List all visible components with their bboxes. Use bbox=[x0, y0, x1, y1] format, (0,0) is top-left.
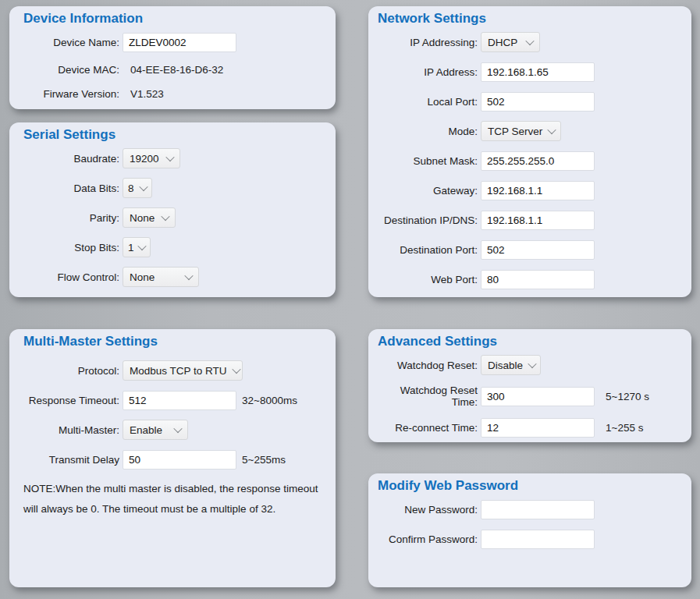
chevron-down-icon bbox=[184, 271, 193, 280]
flow-control-selected-value: None bbox=[130, 271, 155, 283]
watchdog-reset-label: Watchdog Reset: bbox=[376, 360, 478, 371]
multi-master-label: Multi-Master: bbox=[22, 424, 119, 436]
local-port-row: Local Port: bbox=[376, 91, 680, 112]
chevron-down-icon bbox=[139, 183, 147, 191]
watchdog-reset-row: Watchdog Reset: Disable bbox=[376, 355, 680, 375]
watchdog-reset-time-range-hint: 5~1270 s bbox=[606, 391, 649, 402]
modify-web-password-panel: Modify Web Password New Password: Confir… bbox=[368, 473, 691, 587]
multi-master-settings-panel: Multi-Master Settings Protocol: Modbus T… bbox=[9, 329, 336, 587]
subnet-mask-input[interactable] bbox=[481, 151, 595, 171]
baudrate-row: Baudrate: 19200 bbox=[22, 148, 325, 168]
local-port-input[interactable] bbox=[481, 92, 595, 112]
stop-bits-row: Stop Bits: 1 bbox=[22, 237, 325, 257]
parity-selected-value: None bbox=[130, 212, 155, 224]
ip-addressing-label: IP Addressing: bbox=[376, 37, 478, 48]
reconnect-time-range-hint: 1~255 s bbox=[606, 422, 643, 434]
response-timeout-label: Response Timeout: bbox=[22, 395, 119, 406]
multi-master-note: NOTE:When the multi master is disabled, … bbox=[23, 479, 323, 519]
parity-row: Parity: None bbox=[22, 207, 325, 228]
watchdog-reset-time-input[interactable] bbox=[481, 387, 595, 406]
web-port-row: Web Port: bbox=[376, 269, 680, 289]
new-password-input[interactable] bbox=[481, 500, 595, 519]
mode-label: Mode: bbox=[376, 126, 478, 137]
local-port-label: Local Port: bbox=[376, 96, 478, 108]
ip-address-input[interactable] bbox=[481, 62, 595, 82]
flow-control-select[interactable]: None bbox=[123, 267, 199, 287]
web-port-input[interactable] bbox=[481, 270, 595, 289]
firmware-version-row: Firware Version: V1.523 bbox=[22, 86, 325, 101]
stop-bits-select[interactable]: 1 bbox=[123, 237, 151, 257]
device-name-label: Device Name: bbox=[22, 37, 119, 48]
flow-control-row: Flow Control: None bbox=[22, 267, 325, 287]
gateway-input[interactable] bbox=[481, 181, 595, 200]
chevron-down-icon bbox=[548, 126, 556, 134]
ip-addressing-select[interactable]: DHCP bbox=[481, 32, 540, 52]
network-settings-panel: Network Settings IP Addressing: DHCP IP … bbox=[368, 6, 691, 297]
confirm-password-input[interactable] bbox=[481, 530, 595, 549]
response-timeout-row: Response Timeout: 32~8000ms bbox=[22, 390, 325, 410]
chevron-down-icon bbox=[137, 242, 146, 250]
baudrate-label: Baudrate: bbox=[22, 153, 119, 165]
destination-port-row: Destination Port: bbox=[376, 239, 680, 260]
flow-control-label: Flow Control: bbox=[22, 271, 119, 283]
parity-label: Parity: bbox=[22, 212, 119, 224]
ip-address-row: IP Address: bbox=[376, 62, 680, 82]
device-mac-row: Device MAC: 04-EE-E8-16-D6-32 bbox=[22, 62, 325, 77]
transmit-delay-label: Transmit Delay bbox=[22, 454, 119, 466]
ip-address-label: IP Address: bbox=[376, 66, 478, 78]
subnet-mask-row: Subnet Mask: bbox=[376, 151, 680, 171]
device-config-page: Device Information Device Name: Device M… bbox=[0, 0, 700, 599]
mode-row: Mode: TCP Server bbox=[376, 121, 680, 141]
data-bits-select[interactable]: 8 bbox=[123, 178, 152, 198]
device-information-panel: Device Information Device Name: Device M… bbox=[9, 6, 336, 109]
firmware-version-value: V1.523 bbox=[130, 88, 164, 100]
reconnect-time-input[interactable] bbox=[481, 418, 595, 438]
watchdog-reset-time-label: Watchdog Reset Time: bbox=[376, 385, 478, 408]
destination-ip-input[interactable] bbox=[481, 211, 595, 230]
destination-ip-label: Destination IP/DNS: bbox=[376, 214, 478, 226]
baudrate-selected-value: 19200 bbox=[130, 153, 159, 165]
new-password-label: New Password: bbox=[376, 504, 478, 516]
network-settings-title: Network Settings bbox=[378, 11, 680, 27]
serial-settings-title: Serial Settings bbox=[23, 127, 325, 143]
confirm-password-label: Confirm Password: bbox=[376, 533, 478, 545]
reconnect-time-row: Re-connect Time: 1~255 s bbox=[376, 417, 680, 438]
destination-port-label: Destination Port: bbox=[376, 244, 478, 256]
device-name-input[interactable] bbox=[123, 33, 236, 52]
web-port-label: Web Port: bbox=[376, 274, 478, 285]
gateway-label: Gateway: bbox=[376, 185, 478, 197]
chevron-down-icon bbox=[525, 37, 534, 45]
protocol-label: Protocol: bbox=[22, 365, 119, 377]
chevron-down-icon bbox=[173, 424, 182, 433]
serial-settings-panel: Serial Settings Baudrate: 19200 Data Bit… bbox=[9, 122, 336, 297]
reconnect-time-label: Re-connect Time: bbox=[376, 422, 478, 434]
data-bits-row: Data Bits: 8 bbox=[22, 178, 325, 198]
response-timeout-input[interactable] bbox=[123, 391, 236, 410]
chevron-down-icon bbox=[161, 212, 169, 221]
subnet-mask-label: Subnet Mask: bbox=[376, 155, 478, 167]
multi-master-select[interactable]: Enable bbox=[123, 420, 188, 440]
mode-selected-value: TCP Server bbox=[488, 126, 542, 137]
watchdog-reset-selected-value: Disable bbox=[488, 360, 523, 371]
protocol-select[interactable]: Modbus TCP to RTU bbox=[123, 360, 243, 381]
chevron-down-icon bbox=[232, 365, 240, 374]
mode-select[interactable]: TCP Server bbox=[481, 121, 561, 141]
device-name-row: Device Name: bbox=[22, 32, 325, 52]
chevron-down-icon bbox=[165, 153, 174, 161]
protocol-selected-value: Modbus TCP to RTU bbox=[130, 365, 227, 377]
baudrate-select[interactable]: 19200 bbox=[123, 148, 180, 168]
new-password-row: New Password: bbox=[376, 499, 680, 519]
protocol-row: Protocol: Modbus TCP to RTU bbox=[22, 360, 325, 381]
destination-port-input[interactable] bbox=[481, 240, 595, 260]
firmware-version-label: Firware Version: bbox=[22, 88, 119, 100]
stop-bits-label: Stop Bits: bbox=[22, 242, 119, 253]
watchdog-reset-select[interactable]: Disable bbox=[481, 355, 541, 375]
destination-ip-row: Destination IP/DNS: bbox=[376, 210, 680, 230]
parity-select[interactable]: None bbox=[123, 207, 176, 228]
transmit-delay-input[interactable] bbox=[123, 450, 236, 470]
advanced-settings-panel: Advanced Settings Watchdog Reset: Disabl… bbox=[368, 329, 691, 442]
watchdog-reset-time-row: Watchdog Reset Time: 5~1270 s bbox=[376, 385, 680, 408]
stop-bits-selected-value: 1 bbox=[128, 242, 134, 253]
ip-addressing-selected-value: DHCP bbox=[488, 37, 517, 48]
confirm-password-row: Confirm Password: bbox=[376, 529, 680, 549]
